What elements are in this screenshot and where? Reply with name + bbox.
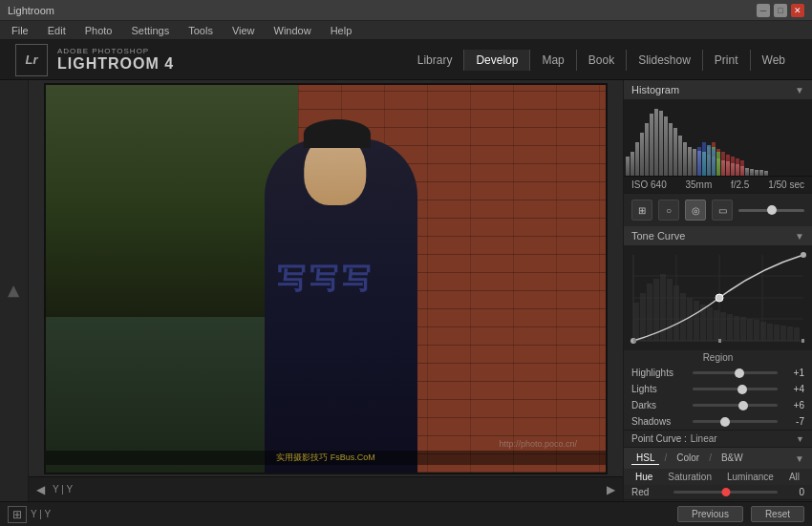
menu-edit[interactable]: Edit <box>44 23 70 38</box>
minimize-button[interactable]: ─ <box>757 4 770 17</box>
previous-button[interactable]: Previous <box>677 506 743 522</box>
grad-filter-btn[interactable]: ▭ <box>712 200 733 221</box>
subtab-saturation[interactable]: Saturation <box>664 471 716 483</box>
menu-photo[interactable]: Photo <box>81 23 117 38</box>
subtab-all[interactable]: All <box>785 471 803 483</box>
histogram-canvas <box>624 99 812 176</box>
darks-thumb[interactable] <box>738 401 748 410</box>
svg-rect-54 <box>633 303 639 341</box>
svg-rect-35 <box>731 157 735 176</box>
close-button[interactable]: ✕ <box>791 4 804 17</box>
svg-rect-5 <box>650 114 653 176</box>
histogram-iso: ISO 640 <box>631 179 667 190</box>
tone-curve-title: Tone Curve <box>631 230 685 242</box>
hue-red-row: Red 0 <box>624 485 812 499</box>
svg-rect-42 <box>697 147 701 176</box>
highlights-label: Highlights <box>631 368 689 378</box>
svg-rect-7 <box>659 111 663 176</box>
tab-bw[interactable]: B&W <box>716 452 748 465</box>
histogram-shutter: 1/50 sec <box>768 179 804 190</box>
subtab-hue[interactable]: Hue <box>631 471 656 483</box>
region-label: Region <box>624 350 812 365</box>
svg-rect-76 <box>780 326 786 341</box>
tab-color[interactable]: Color <box>672 452 704 465</box>
highlights-track[interactable] <box>693 371 778 374</box>
menu-tools[interactable]: Tools <box>184 23 217 38</box>
filmstrip-prev-icon[interactable]: ◀ <box>36 483 45 496</box>
highlights-thumb[interactable] <box>735 368 744 378</box>
tab-develop[interactable]: Develop <box>463 50 529 71</box>
tab-web[interactable]: Web <box>750 50 797 71</box>
hue-red-track[interactable] <box>673 491 778 494</box>
left-panel-toggle[interactable]: ◀ <box>5 285 23 297</box>
menu-help[interactable]: Help <box>327 23 356 38</box>
svg-rect-34 <box>726 155 730 176</box>
svg-rect-68 <box>727 314 733 341</box>
hsl-tabs: HSL / Color / B&W <box>631 452 748 465</box>
shadows-track[interactable] <box>693 420 778 423</box>
bottom-nav: ⊞ Y | Y Previous Reset <box>0 501 812 526</box>
street-bg <box>46 317 281 472</box>
filmstrip-nav-label: Y | Y <box>53 484 73 494</box>
maximize-button[interactable]: □ <box>774 4 787 17</box>
crop-tool-btn[interactable]: ⊞ <box>631 200 652 221</box>
point-curve-value[interactable]: Linear <box>691 433 717 444</box>
subtab-luminance[interactable]: Luminance <box>723 471 778 483</box>
histogram-focal: 35mm <box>685 179 712 190</box>
lights-track[interactable] <box>693 388 778 390</box>
tool-icons-row: ⊞ ○ ◎ ▭ <box>624 194 812 226</box>
svg-rect-6 <box>654 109 658 176</box>
menu-view[interactable]: View <box>228 23 259 38</box>
tab-library[interactable]: Library <box>406 50 464 71</box>
svg-rect-3 <box>640 133 644 176</box>
darks-row: Darks +6 <box>624 397 812 413</box>
point-curve-row: Point Curve : Linear ▼ <box>624 430 812 447</box>
svg-rect-65 <box>707 307 713 341</box>
svg-rect-33 <box>721 152 725 176</box>
shadows-thumb[interactable] <box>720 417 730 427</box>
highlights-value: +1 <box>781 368 804 378</box>
histogram-header[interactable]: Histogram ▼ <box>624 80 812 99</box>
svg-rect-26 <box>750 169 754 176</box>
svg-rect-44 <box>707 145 711 176</box>
tone-curve-header[interactable]: Tone Curve ▼ <box>624 226 812 245</box>
lights-thumb[interactable] <box>737 385 747 394</box>
red-eye-btn[interactable]: ◎ <box>685 200 706 221</box>
svg-rect-36 <box>736 158 739 176</box>
reset-button[interactable]: Reset <box>751 506 804 522</box>
tab-print[interactable]: Print <box>702 50 750 71</box>
darks-track[interactable] <box>693 404 778 407</box>
title-bar-controls: ─ □ ✕ <box>757 4 804 17</box>
tab-slideshow[interactable]: Slideshow <box>626 50 702 71</box>
menu-settings[interactable]: Settings <box>127 23 173 38</box>
photo-area: 写写写 http://photo.poco.cn/ 实用摄影技巧 FsBus.C… <box>29 80 623 476</box>
svg-rect-56 <box>647 284 652 341</box>
svg-rect-28 <box>759 170 763 176</box>
zoom-fit-btn[interactable]: ⊞ <box>8 506 27 523</box>
shadows-label: Shadows <box>631 416 689 427</box>
tab-map[interactable]: Map <box>529 50 575 71</box>
adobe-text: ADOBE PHOTOSHOP <box>57 47 174 55</box>
shadows-value: -7 <box>781 416 804 427</box>
menu-file[interactable]: File <box>8 23 32 38</box>
svg-rect-43 <box>702 142 706 176</box>
svg-rect-61 <box>680 293 686 341</box>
histogram-svg <box>624 99 812 176</box>
svg-rect-72 <box>754 320 759 341</box>
bottom-left: ⊞ Y | Y <box>8 506 51 523</box>
svg-rect-11 <box>678 136 682 176</box>
hsl-divider2: / <box>706 452 715 465</box>
tab-book[interactable]: Book <box>576 50 626 71</box>
tool-slider[interactable] <box>738 209 804 212</box>
hue-red-thumb[interactable] <box>721 488 730 496</box>
tab-hsl[interactable]: HSL <box>631 452 659 465</box>
svg-rect-0 <box>626 157 630 176</box>
hsl-section: HSL / Color / B&W ▼ Hue Saturation Lumin… <box>624 448 812 500</box>
spot-heal-btn[interactable]: ○ <box>658 200 679 221</box>
hsl-section-header[interactable]: HSL / Color / B&W ▼ <box>624 448 812 469</box>
filmstrip-next-icon[interactable]: ▶ <box>607 483 615 496</box>
main-layout: ◀ 写写写 http://photo.poco.cn/ <box>0 80 812 501</box>
tone-curve-arrow: ▼ <box>795 231 804 242</box>
nav-tabs: Library Develop Map Book Slideshow Print… <box>406 50 797 71</box>
menu-window[interactable]: Window <box>270 23 315 38</box>
